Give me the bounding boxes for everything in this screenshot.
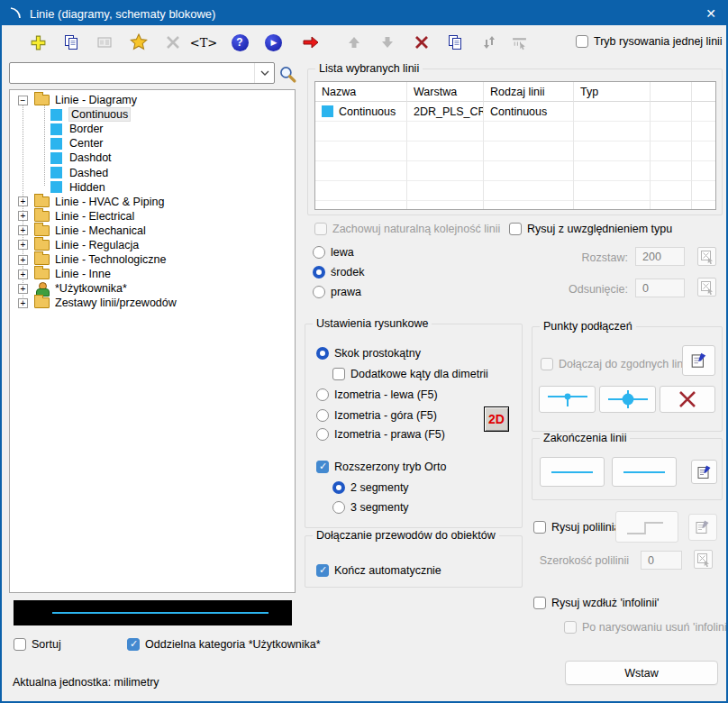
align-right-row[interactable]: prawa: [313, 285, 361, 299]
auto-finish-checkbox[interactable]: [316, 564, 329, 577]
infoline-checkbox[interactable]: [533, 597, 546, 609]
copy-selected-icon[interactable]: [442, 30, 468, 55]
expand-icon[interactable]: +: [18, 298, 28, 308]
tree-item-dashdot[interactable]: Dashdot: [10, 151, 295, 165]
points-properties-button[interactable]: [682, 345, 715, 376]
tree-item-uzytkownika[interactable]: +*Użytkownika*: [10, 281, 295, 296]
no-connection-point-button[interactable]: [660, 386, 715, 413]
column-header-warstwa[interactable]: Warstwa: [407, 82, 484, 102]
align-center-row[interactable]: środek: [313, 265, 365, 279]
column-header-nazwa[interactable]: Nazwa: [315, 82, 407, 102]
close-button[interactable]: ✕: [696, 2, 726, 25]
table-row-cell-nazwa[interactable]: Continuous: [315, 102, 407, 122]
tree-item-electrical[interactable]: +Linie - Electrical: [10, 209, 295, 224]
sort-checkbox[interactable]: [14, 638, 26, 651]
polyline-properties-button: [688, 514, 717, 541]
search-input[interactable]: [14, 64, 248, 82]
line-preview: [14, 600, 292, 625]
insert-button[interactable]: Wstaw: [565, 661, 718, 685]
iso-left-radio[interactable]: [316, 388, 329, 401]
extra-angles-checkbox[interactable]: [332, 368, 345, 380]
sort-row[interactable]: Sortuj: [14, 637, 61, 652]
draw-polyline-row[interactable]: Rysuj polilinią: [533, 520, 620, 534]
tree-item-continuous[interactable]: Continuous: [10, 107, 295, 122]
favorite-star-icon[interactable]: [126, 30, 151, 55]
expand-icon[interactable]: +: [18, 211, 28, 221]
align-right-radio[interactable]: [313, 286, 325, 298]
copy-icon[interactable]: [59, 30, 84, 55]
draw-polyline-checkbox[interactable]: [533, 521, 546, 534]
single-line-mode-row[interactable]: Tryb rysowania jednej linii: [576, 34, 723, 49]
align-left-row[interactable]: lewa: [313, 245, 354, 260]
table-row-cell-warstwa[interactable]: 2DR_PLS_CRe: [407, 102, 484, 122]
chevron-down-icon[interactable]: [254, 63, 274, 83]
insert-arrow-icon[interactable]: [298, 30, 323, 55]
collapse-icon[interactable]: −: [18, 96, 28, 105]
tree-item-hvac[interactable]: +Linie - HVAC & Piping: [10, 195, 295, 209]
endings-properties-button[interactable]: [691, 460, 717, 484]
expand-icon[interactable]: +: [18, 269, 28, 279]
iso-left-row[interactable]: Izometria - lewa (F5): [316, 388, 438, 402]
small-connection-point-button[interactable]: [539, 386, 596, 413]
separate-category-checkbox[interactable]: [127, 638, 140, 651]
iso-top-radio[interactable]: [316, 409, 329, 422]
text-icon[interactable]: <T>: [191, 30, 216, 55]
auto-finish-row[interactable]: Kończ automatycznie: [316, 563, 441, 578]
mode-2d-button[interactable]: 2D: [484, 406, 509, 432]
ortho-checkbox[interactable]: [316, 461, 329, 473]
tree-item-technologiczne[interactable]: +Linie - Technologiczne: [10, 252, 295, 267]
table-row-cell-rodzaj[interactable]: Continuous: [484, 102, 574, 122]
tree-item-diagramy[interactable]: −Linie - Diagramy: [10, 93, 295, 107]
large-connection-point-button[interactable]: [599, 386, 656, 413]
segments-3-row[interactable]: 3 segmenty: [332, 500, 409, 515]
remove-icon[interactable]: [409, 30, 434, 55]
table-row-cell-typ[interactable]: [574, 102, 651, 122]
expand-icon[interactable]: +: [18, 255, 28, 265]
swap-order-icon[interactable]: [477, 30, 502, 55]
segments-2-radio[interactable]: [332, 481, 345, 494]
search-combobox[interactable]: [9, 62, 275, 84]
column-header-empty: [692, 82, 715, 102]
draw-with-type-row[interactable]: Rysuj z uwzględnieniem typu: [509, 222, 672, 236]
drawing-settings-title: Ustawienia rysunkowe: [313, 317, 432, 330]
expand-icon[interactable]: +: [18, 225, 28, 235]
ending-end-button[interactable]: [612, 457, 677, 487]
iso-right-radio[interactable]: [316, 428, 329, 441]
iso-right-row[interactable]: Izometria - prawa (F5): [316, 427, 445, 442]
tree-item-inne[interactable]: +Linie - Inne: [10, 267, 295, 281]
ending-start-button[interactable]: [540, 457, 605, 487]
tree-item-mechanical[interactable]: +Linie - Mechanical: [10, 224, 295, 238]
line-endings-title: Zakończenia linii: [540, 432, 630, 444]
help-icon[interactable]: ?: [227, 30, 252, 55]
tree-item-zestawy[interactable]: +Zestawy linii/przewodów: [10, 296, 295, 310]
tree-item-center[interactable]: Center: [10, 136, 295, 151]
column-header-rodzaj[interactable]: Rodzaj linii: [484, 82, 574, 102]
draw-with-type-label: Rysuj z uwzględnieniem typu: [527, 223, 672, 235]
segments-3-radio[interactable]: [332, 501, 345, 514]
tree-item-dashed[interactable]: Dashed: [10, 165, 295, 179]
rect-snap-radio[interactable]: [316, 347, 329, 360]
single-line-mode-checkbox[interactable]: [576, 35, 588, 48]
search-icon[interactable]: [277, 63, 298, 85]
infoline-row[interactable]: Rysuj wzdłuż 'infolinii': [533, 596, 659, 610]
tree-item-hidden[interactable]: Hidden: [10, 180, 295, 195]
ortho-row[interactable]: Rozszerzony tryb Orto: [316, 460, 446, 474]
segments-2-row[interactable]: 2 segmenty: [332, 480, 409, 495]
iso-top-row[interactable]: Izometria - góra (F5): [316, 408, 437, 423]
column-header-typ[interactable]: Typ: [574, 82, 651, 102]
connection-points-group: Punkty podłączeń Dołączaj do zgodnych li…: [532, 326, 723, 432]
rect-snap-row[interactable]: Skok prostokątny: [316, 346, 421, 361]
tree-item-regulacja[interactable]: +Linie - Regulacja: [10, 238, 295, 252]
expand-icon[interactable]: +: [18, 240, 28, 250]
align-left-radio[interactable]: [313, 246, 325, 259]
expand-icon[interactable]: +: [18, 284, 28, 294]
expand-icon[interactable]: +: [18, 196, 28, 206]
draw-with-type-checkbox[interactable]: [509, 223, 522, 235]
separate-category-row[interactable]: Oddzielna kategoria *Użytkownika*: [127, 637, 321, 652]
align-center-radio[interactable]: [313, 266, 325, 278]
extra-angles-row[interactable]: Dodatkowe kąty dla dimetrii: [332, 367, 488, 381]
folder-icon: [34, 297, 50, 308]
add-icon[interactable]: [25, 30, 50, 55]
run-icon[interactable]: ▶: [260, 30, 286, 55]
tree-item-border[interactable]: Border: [10, 122, 295, 136]
